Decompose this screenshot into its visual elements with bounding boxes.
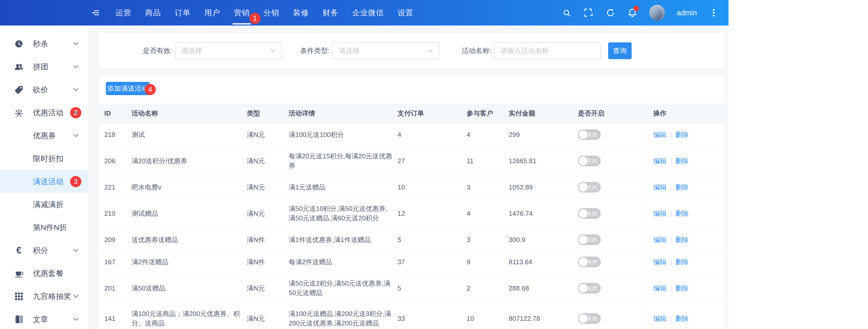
column-header-支付订单: 支付订单 <box>398 109 467 118</box>
chevron-down-icon <box>427 48 434 54</box>
sidebar-item-九宫格抽奖[interactable]: 九宫格抽奖 <box>0 285 88 308</box>
cell-actions: 编辑 | 删除 <box>645 146 724 176</box>
delete-link[interactable]: 删除 <box>676 130 689 140</box>
delete-link[interactable]: 删除 <box>676 257 689 267</box>
edit-link[interactable]: 编辑 <box>653 130 666 140</box>
add-activity-button[interactable]: 添加满送活动 4 <box>106 82 150 95</box>
nav-item-财务[interactable]: 财务 <box>316 0 345 26</box>
edit-link[interactable]: 编辑 <box>653 235 666 245</box>
edit-link[interactable]: 编辑 <box>653 156 666 166</box>
table-body: 218 测试 满N元 满100元送100积分 4 4 299 关闭 编辑 <box>99 124 724 329</box>
chevron-down-icon <box>72 247 79 254</box>
table-row: 167 满2件送赠品 满N件 每满2件送赠品 37 9 8113.64 关闭 编 <box>99 251 724 273</box>
nav-item-订单[interactable]: 订单 <box>168 0 197 26</box>
enabled-toggle[interactable]: 关闭 <box>578 182 601 192</box>
enabled-toggle[interactable]: 关闭 <box>578 208 601 219</box>
nav-item-分销[interactable]: 分销 <box>256 0 286 26</box>
filter-name-label: 活动名称: <box>462 46 491 55</box>
delete-link[interactable]: 删除 <box>676 235 689 245</box>
main-content: 是否有效: 请选择 条件类型: 请选择 活动名称: <box>88 26 728 329</box>
more-menu-icon[interactable] <box>709 8 719 18</box>
table-row: 218 测试 满N元 满100元送100积分 4 4 299 关闭 编辑 <box>99 124 724 146</box>
activity-name-input[interactable]: 请输入活动名称 <box>494 42 601 59</box>
avatar[interactable] <box>649 5 665 21</box>
grid-icon <box>14 292 24 301</box>
top-nav-menu: 运营 商品 订单 用户 营销 1 分销 <box>108 0 420 26</box>
enabled-toggle[interactable]: 关闭 <box>578 234 601 245</box>
enabled-toggle[interactable]: 关闭 <box>578 313 601 324</box>
cell-toggle: 关闭 <box>578 176 645 198</box>
column-header-类型: 类型 <box>247 109 289 118</box>
chevron-down-icon <box>72 86 79 93</box>
nav-item-用户[interactable]: 用户 <box>197 0 227 26</box>
chevron-down-icon <box>270 48 276 54</box>
valid-select[interactable]: 请选择 <box>175 42 282 59</box>
sidebar-item-第N件N折[interactable]: 第N件N折 <box>0 216 88 239</box>
filter-valid-label: 是否有效: <box>143 46 173 55</box>
delete-link[interactable]: 删除 <box>676 156 689 166</box>
enabled-toggle[interactable]: 关闭 <box>578 257 601 267</box>
nav-item-label: 设置 <box>398 8 413 18</box>
collapse-menu-icon[interactable] <box>90 0 101 26</box>
column-header-活动详情: 活动详情 <box>289 109 398 118</box>
nav-item-设置[interactable]: 设置 <box>391 0 420 26</box>
cell-toggle: 关闭 <box>578 203 645 225</box>
nav-item-label: 运营 <box>116 8 131 18</box>
enabled-toggle[interactable]: 关闭 <box>578 156 601 166</box>
cell-amount: 807122.78 <box>509 308 578 329</box>
cell-details: 满50元送2积分,满50元送优惠券,满50元送赠品 <box>289 273 398 303</box>
edit-link[interactable]: 编辑 <box>653 209 666 218</box>
sidebar-item-优惠活动[interactable]: 优惠活动 2 <box>0 101 88 124</box>
sidebar-item-文章[interactable]: 文章 <box>0 308 88 329</box>
search-icon[interactable] <box>561 8 572 18</box>
sidebar-item-砍价[interactable]: 砍价 <box>0 78 88 101</box>
fullscreen-icon[interactable] <box>583 8 594 18</box>
filter-condition-label: 条件类型: <box>300 46 330 55</box>
sidebar-item-满减满折[interactable]: 满减满折 <box>0 193 88 216</box>
delete-link[interactable]: 删除 <box>676 314 689 323</box>
query-button[interactable]: 查询 <box>608 42 631 59</box>
cell-type: 满N件 <box>247 252 289 272</box>
sidebar-item-秒杀[interactable]: 秒杀 <box>0 32 88 55</box>
sidebar-item-积分[interactable]: € 积分 <box>0 239 88 262</box>
sidebar-item-label: 优惠套餐 <box>33 268 63 279</box>
cell-customers: 3 <box>467 177 509 198</box>
refresh-icon[interactable] <box>606 8 616 18</box>
delete-link[interactable]: 删除 <box>676 183 689 192</box>
edit-link[interactable]: 编辑 <box>653 314 666 323</box>
delete-link[interactable]: 删除 <box>676 209 689 218</box>
cell-id: 167 <box>99 252 131 272</box>
cell-customers: 9 <box>467 252 509 272</box>
nav-item-装修[interactable]: 装修 <box>286 0 316 26</box>
nav-item-营销[interactable]: 营销 1 <box>227 0 256 26</box>
cell-id: 206 <box>99 151 131 171</box>
delete-link[interactable]: 删除 <box>676 283 689 293</box>
condition-select[interactable]: 请选择 <box>332 42 439 59</box>
edit-link[interactable]: 编辑 <box>653 183 666 192</box>
edit-link[interactable]: 编辑 <box>653 283 666 293</box>
enabled-toggle[interactable]: 关闭 <box>578 283 601 294</box>
nav-item-企业微信[interactable]: 企业微信 <box>345 0 391 26</box>
toggle-label: 关闭 <box>587 183 597 192</box>
toggle-knob <box>579 183 588 191</box>
sidebar-item-满送活动[interactable]: 满送活动 3 <box>0 170 88 193</box>
toggle-knob <box>579 258 588 266</box>
column-header-是否开启: 是否开启 <box>578 109 645 118</box>
table-row: 210 测试赠品 满N元 满50元送10积分,满50元送优惠券,满50元送赠品,… <box>99 199 724 229</box>
sidebar-item-拼团[interactable]: 拼团 <box>0 55 88 78</box>
sidebar-item-优惠券[interactable]: 优惠券 <box>0 124 88 147</box>
cell-customers: 10 <box>467 308 509 329</box>
sidebar-item-label: 拼团 <box>33 62 48 72</box>
username[interactable]: admin <box>677 9 697 17</box>
sidebar-item-优惠套餐[interactable]: 优惠套餐 <box>0 262 88 285</box>
sidebar-item-label: 满减满折 <box>33 200 63 210</box>
table-row: 201 满50送赠品 满N元 满50元送2积分,满50元送优惠券,满50元送赠品… <box>99 273 724 303</box>
sidebar-item-限时折扣[interactable]: 限时折扣 <box>0 147 88 170</box>
notifications-bell-icon[interactable] <box>627 8 638 18</box>
nav-item-运营[interactable]: 运营 <box>108 0 138 26</box>
sidebar-item-label: 满送活动 <box>33 177 63 187</box>
nav-item-商品[interactable]: 商品 <box>138 0 168 26</box>
edit-link[interactable]: 编辑 <box>653 257 666 267</box>
enabled-toggle[interactable]: 关闭 <box>578 129 601 140</box>
spark-icon <box>14 108 24 118</box>
